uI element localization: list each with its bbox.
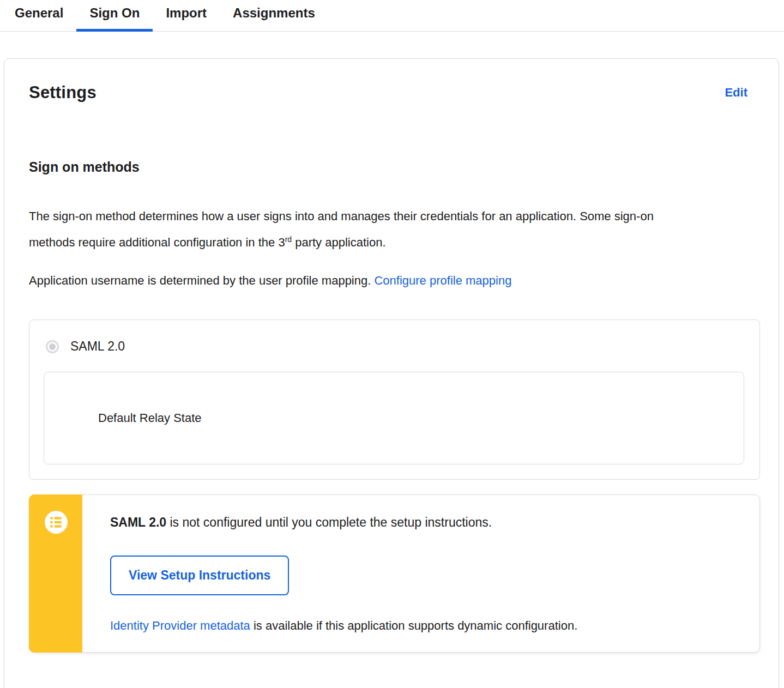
saml-method-box: SAML 2.0 Default Relay State xyxy=(29,319,760,480)
sign-on-methods-heading: Sign on methods xyxy=(29,159,759,175)
radio-dot-icon xyxy=(49,343,56,350)
configure-profile-mapping-link[interactable]: Configure profile mapping xyxy=(374,274,511,287)
default-relay-state-label: Default Relay State xyxy=(98,411,202,425)
list-icon xyxy=(45,511,68,534)
app-tab-bar: General Sign On Import Assignments xyxy=(0,0,784,32)
sign-on-methods-description: The sign-on method determines how a user… xyxy=(29,203,680,256)
tab-general[interactable]: General xyxy=(2,0,76,31)
metadata-availability-text: is available if this application support… xyxy=(250,619,577,632)
description-text-2: party application. xyxy=(292,236,385,249)
description-superscript: rd xyxy=(285,235,292,244)
settings-header: Settings Edit xyxy=(29,83,759,102)
username-mapping-note: Application username is determined by th… xyxy=(29,268,738,294)
default-relay-state-box: Default Relay State xyxy=(44,372,744,464)
callout-message-text: is not configured until you complete the… xyxy=(166,515,492,529)
page-title: Settings xyxy=(29,83,97,102)
edit-button[interactable]: Edit xyxy=(725,86,747,100)
saml-radio-label: SAML 2.0 xyxy=(70,339,125,354)
callout-footer: Identity Provider metadata is available … xyxy=(110,618,738,634)
saml-radio-button[interactable] xyxy=(46,340,59,353)
saml-radio-row: SAML 2.0 xyxy=(46,339,744,354)
username-mapping-text: Application username is determined by th… xyxy=(29,274,374,287)
settings-card: Settings Edit Sign on methods The sign-o… xyxy=(4,58,779,688)
tab-import[interactable]: Import xyxy=(153,0,220,31)
tab-sign-on[interactable]: Sign On xyxy=(76,0,153,31)
callout-message: SAML 2.0 is not configured until you com… xyxy=(110,514,738,530)
saml-not-configured-callout: SAML 2.0 is not configured until you com… xyxy=(29,494,760,653)
tab-assignments[interactable]: Assignments xyxy=(220,0,328,31)
callout-message-bold: SAML 2.0 xyxy=(110,515,166,529)
view-setup-instructions-button[interactable]: View Setup Instructions xyxy=(110,556,289,595)
identity-provider-metadata-link[interactable]: Identity Provider metadata xyxy=(110,619,250,632)
